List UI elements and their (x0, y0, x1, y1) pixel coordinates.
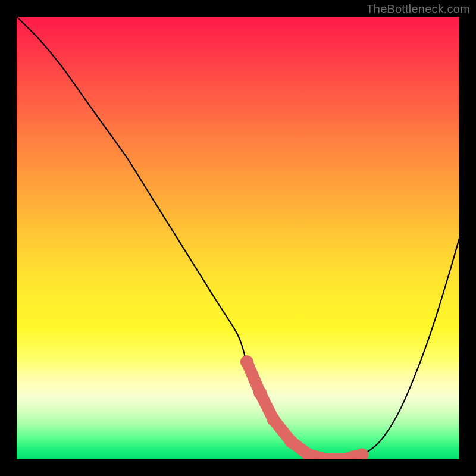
optimal-range-line (247, 362, 362, 459)
bottleneck-curve-line (17, 17, 459, 459)
optimal-range-dot (267, 413, 280, 426)
chart-svg-layer (17, 17, 459, 459)
optimal-range-dot (284, 435, 298, 448)
chart-plot-area (17, 17, 459, 459)
optimal-range-markers (240, 355, 368, 459)
optimal-range-dot (253, 386, 267, 399)
watermark-text: TheBottleneck.com (366, 2, 470, 16)
optimal-range-dot (240, 355, 253, 368)
